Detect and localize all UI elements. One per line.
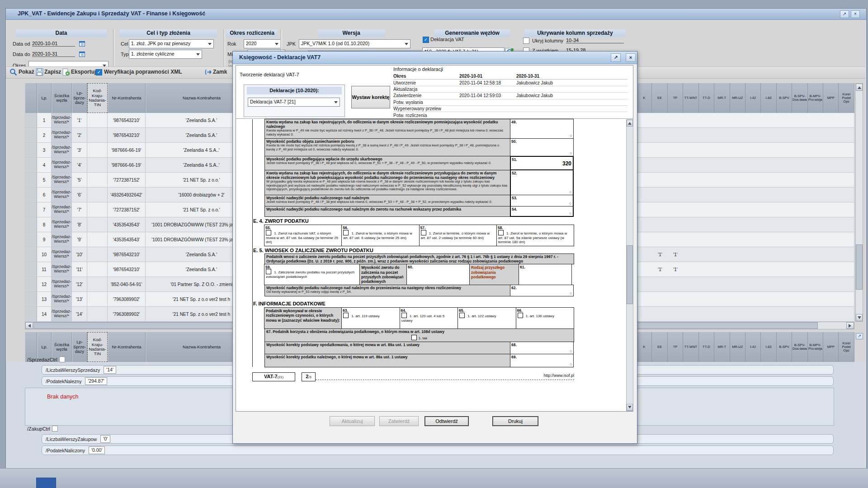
checkbox[interactable]	[343, 313, 349, 318]
v-scroll-thumb[interactable]	[856, 244, 863, 290]
taskbar-item[interactable]	[36, 478, 56, 488]
amount-value-cell[interactable]: 53. 0	[510, 195, 574, 206]
header-mini-col[interactable]: MPP	[823, 332, 839, 362]
checkbox[interactable]	[498, 230, 504, 235]
header-lp[interactable]: Lp.	[37, 83, 52, 113]
data-od-value[interactable]: 2020-10-01	[32, 41, 75, 47]
header-mini-col[interactable]: B-SPV	[777, 332, 792, 362]
data-do-value[interactable]: 2020-10-31	[32, 51, 75, 57]
header-mini-col[interactable]: MR-UZ	[730, 332, 745, 362]
row-selector[interactable]	[25, 113, 37, 127]
header-mini-col[interactable]: EE	[652, 332, 667, 362]
pokaz-button[interactable]: Pokaż	[19, 69, 34, 75]
checkbox[interactable]	[518, 313, 523, 318]
amount-value-cell[interactable]: 52. 0	[510, 170, 574, 195]
summary-value[interactable]: '0.00'	[89, 446, 105, 454]
checkbox[interactable]	[459, 313, 465, 318]
header-kod-kraju[interactable]: Kod-Kraju-Nadania-TIN	[87, 83, 108, 113]
checkbox[interactable]	[421, 230, 426, 235]
zamknij-button[interactable]: Zamk	[213, 69, 227, 75]
row-selector[interactable]	[25, 202, 37, 217]
form-scrollbar[interactable]	[626, 119, 633, 411]
dialog-close-icon[interactable]: ×	[626, 53, 636, 62]
form-scroll-down-arrow[interactable]	[627, 404, 633, 411]
header-mini-col[interactable]: B-SPV-Dos-tawa	[792, 332, 807, 362]
header-mini-col[interactable]: TP	[668, 332, 683, 362]
amount-value-cell[interactable]: 54. 0	[510, 206, 574, 217]
row-selector[interactable]	[25, 262, 37, 277]
row68-value-cell[interactable]: 68. 0	[510, 342, 574, 354]
ukryj-kolumny-value[interactable]: 10-34	[566, 38, 624, 43]
drukuj-button[interactable]: Drukuj	[492, 416, 538, 426]
row-selector[interactable]	[25, 217, 37, 232]
header-mini-col[interactable]: MR-UZ	[730, 83, 745, 113]
form-scroll-up-arrow[interactable]	[627, 120, 633, 127]
header-nr-kontrahenta[interactable]: Nr-Kontrahenta	[108, 83, 146, 113]
typ-select[interactable]: 1. złożenie cykliczne	[129, 50, 202, 59]
header-lp-sprzedazy[interactable]: Lp-Sprze-dazy	[72, 83, 87, 113]
row-selector[interactable]	[25, 247, 37, 262]
row-selector[interactable]	[25, 188, 37, 202]
checkbox-tak[interactable]	[411, 335, 417, 340]
header-mini-col[interactable]: B-MPV-Pro-wizja	[808, 83, 823, 113]
e5-cell-61[interactable]: 61.	[519, 264, 572, 285]
cel-select[interactable]: 1. złoż. JPK po raz pierwszy	[129, 39, 214, 48]
window-close-icon[interactable]: ×	[851, 10, 860, 18]
header-mini-col[interactable]: K	[637, 332, 652, 362]
row-selector[interactable]	[25, 232, 37, 247]
row-selector[interactable]	[25, 128, 37, 142]
eksportuj-button[interactable]: Eksportuj	[71, 69, 96, 75]
header-mini-col[interactable]: I-42	[745, 83, 761, 113]
checkbox[interactable]	[401, 313, 407, 318]
v-scroll-down-arrow[interactable]	[856, 314, 863, 321]
checkbox[interactable]	[343, 230, 349, 235]
row-selector[interactable]	[25, 292, 37, 306]
zakupctrl-box[interactable]	[52, 426, 58, 432]
row-selector[interactable]	[25, 173, 37, 187]
header-mini-col[interactable]: TT-D	[699, 83, 714, 113]
row-selector[interactable]	[25, 277, 37, 291]
summary-value[interactable]: '294.87'	[85, 377, 107, 385]
header-mini-col[interactable]: Korel Podst Opc	[839, 83, 854, 113]
calendar-icon[interactable]	[79, 41, 85, 47]
amount-value-cell[interactable]: 49. 0	[510, 119, 574, 139]
header-mini-col[interactable]: B-MPV-Pro-wizja	[808, 332, 823, 362]
header-mini-col[interactable]: B-SPV-Dos-tawa	[792, 83, 807, 113]
header-mini-col[interactable]: MR-T	[714, 332, 730, 362]
row-selector[interactable]	[25, 158, 37, 172]
dialog-popout-icon[interactable]: ↗	[611, 53, 621, 62]
header-mini-col[interactable]: TT-WNT	[683, 332, 698, 362]
row-selector[interactable]	[25, 307, 37, 321]
v-scroll-up-arrow[interactable]	[856, 84, 863, 91]
ukryj-kolumny-checkbox[interactable]	[523, 38, 529, 44]
checkbox[interactable]	[266, 230, 271, 235]
header-mini-col[interactable]: Korel Podst Opc	[839, 332, 854, 362]
aktualizuj-button[interactable]: Aktualizuj	[330, 416, 375, 426]
header-mini-col[interactable]: I-63	[761, 83, 776, 113]
amount-value-cell[interactable]: 51. 320	[510, 156, 574, 170]
row62-value-cell[interactable]: 62. 0	[510, 285, 574, 296]
jpk-select[interactable]: JPK_V7M/K 1.0 (od 01.10.2020)	[299, 39, 410, 48]
header-nr-kontrahenta[interactable]: Nr-Kontrahenta	[108, 332, 146, 362]
calendar-icon[interactable]	[79, 51, 85, 57]
checkbox[interactable]	[266, 269, 271, 274]
header-lp-sprzedazy[interactable]: Lp-Sprze-dazy	[72, 332, 87, 362]
header-mini-col[interactable]: I-63	[761, 332, 776, 362]
header-mini-col[interactable]: I-42	[745, 332, 761, 362]
header-mini-col[interactable]: B-SPV	[777, 83, 792, 113]
form-scroll-thumb[interactable]	[627, 245, 633, 304]
weryfikacja-checkbox[interactable]: ✓	[96, 69, 102, 75]
header-mini-col[interactable]: EE	[652, 83, 667, 113]
rok-select[interactable]: 2020	[244, 39, 281, 48]
header-mini-col[interactable]: TP	[668, 83, 683, 113]
summary-value[interactable]: '0'	[100, 435, 110, 443]
deklaracja-vat-checkbox[interactable]: ✓	[423, 37, 429, 43]
zatwierdz-button[interactable]: Zatwierdź	[379, 416, 419, 426]
row-selector[interactable]	[25, 143, 37, 157]
deklaracje-select[interactable]: Deklaracja VAT-7 [21]	[248, 98, 340, 107]
amount-value-cell[interactable]: 50. 0	[510, 138, 574, 156]
row69-value-cell[interactable]: 69. 0	[510, 354, 574, 367]
sprzedazctrl-box[interactable]	[59, 357, 65, 362]
odtworz-button[interactable]: Odtwierdź	[425, 416, 469, 426]
expand-grid-icon[interactable]: ↗	[856, 333, 863, 339]
